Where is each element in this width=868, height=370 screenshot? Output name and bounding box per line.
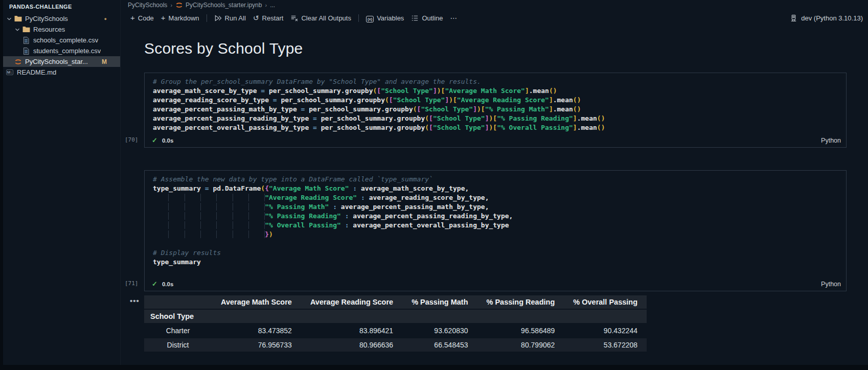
code-token: (	[425, 114, 429, 122]
table-column-header: Average Math Score	[212, 295, 301, 309]
table-row-district: District76.95673380.96663666.54845380.79…	[144, 338, 647, 352]
cell-status-bar: ✓ 0.0s Python	[145, 134, 846, 147]
code-token: per_school_summary.groupby	[317, 114, 425, 122]
code-token: average_reading_score_by_type,	[365, 194, 489, 201]
code-token: .mean	[577, 114, 597, 122]
code-cell-1: [70] # Group the per_school_summary Data…	[144, 73, 847, 148]
cell-language-picker[interactable]: Python	[821, 281, 841, 288]
code-token: "% Passing Math"	[485, 105, 549, 113]
breadcrumb-separator: ›	[265, 2, 267, 8]
notebook-toolbar: +Code+MarkdownRun All↺RestartClear All O…	[121, 10, 868, 26]
table-row-charter: Charter83.47385283.89642193.62083096.586…	[144, 323, 647, 338]
code-token: "% Passing Reading"	[265, 212, 341, 220]
code-token: average_reading_score_by_type	[153, 96, 273, 104]
code-token: {	[265, 184, 269, 192]
sidebar-item-pycityschools-star[interactable]: PyCitySchools_star...M	[3, 56, 120, 67]
cell-language-picker[interactable]: Python	[821, 137, 841, 144]
code-token: ()	[597, 124, 605, 131]
chevron-down-icon[interactable]	[5, 15, 13, 22]
code-token: per_school_summary.groupby	[317, 124, 425, 131]
toolbar-button-label: Variables	[377, 14, 404, 22]
code-token: "School Type"	[393, 96, 445, 104]
sidebar-item-label: Resources	[33, 26, 65, 33]
code-token: # Group the per_school_summary DataFrame…	[153, 78, 481, 85]
code-token: average_percent_overall_passing_by_type	[349, 221, 509, 229]
cell-output: ••• Average Math ScoreAverage Reading Sc…	[130, 295, 847, 352]
code-token: "Average Reading Score"	[265, 194, 357, 201]
code-line: "Average Reading Score" : average_readin…	[153, 193, 842, 202]
toolbar-button-add-code[interactable]: +Code	[127, 13, 157, 24]
sidebar-item-readme-md[interactable]: M↓README.md	[3, 67, 120, 78]
code-token: )	[477, 105, 481, 113]
toolbar-separator	[358, 14, 359, 22]
code-token: "School Type"	[421, 105, 473, 113]
sidebar-item-label: PyCitySchools_star...	[25, 58, 88, 65]
jupyter-icon	[175, 2, 183, 9]
code-token: =	[273, 96, 277, 104]
chevron-down-icon[interactable]	[13, 26, 21, 33]
code-line: average_math_score_by_type = per_school_…	[153, 86, 842, 96]
code-line: average_reading_score_by_type = per_scho…	[153, 96, 842, 105]
code-token: per_school_summary.groupby	[305, 105, 413, 113]
table-column-header: Average Reading Score	[301, 295, 402, 309]
code-line: # Display results	[153, 248, 842, 258]
csv-file-icon	[21, 37, 31, 44]
code-token: (	[413, 105, 417, 113]
table-column-header: % Overall Passing	[564, 295, 647, 309]
plus-icon: +	[130, 14, 135, 22]
output-options-icon[interactable]: •••	[130, 298, 144, 352]
code-line: # Assemble the new data by type into a D…	[153, 175, 842, 184]
code-token: =	[205, 184, 209, 192]
table-value-cell: 80.799062	[477, 338, 564, 352]
code-token	[153, 221, 265, 229]
cell-editor-box[interactable]: # Assemble the new data by type into a D…	[144, 170, 847, 291]
table-value-cell: 53.672208	[564, 338, 647, 352]
toolbar-button-variables[interactable]: (x)Variables	[362, 13, 407, 24]
toolbar-button-add-markdown[interactable]: +Markdown	[157, 13, 203, 24]
code-token: "Average Reading Score"	[457, 96, 549, 104]
code-token: :	[345, 221, 349, 229]
git-modified-badge: M	[102, 58, 107, 65]
sidebar-item-students-complete-csv[interactable]: students_complete.csv	[3, 45, 120, 56]
cell-editor-box[interactable]: # Group the per_school_summary DataFrame…	[144, 73, 847, 148]
code-token: [	[493, 114, 497, 122]
code-token: ()	[597, 114, 605, 122]
code-token: "% Overall Passing"	[265, 221, 341, 229]
folder-icon	[13, 15, 22, 22]
csv-file-icon	[21, 48, 31, 55]
sidebar-item-resources[interactable]: Resources	[3, 24, 120, 35]
code-token: [	[377, 87, 381, 95]
breadcrumb-item-[interactable]: ...	[270, 2, 275, 9]
kernel-label: dev (Python 3.10.13)	[801, 14, 863, 22]
code-token: "% Passing Math"	[265, 203, 329, 211]
table-column-header: % Passing Reading	[477, 295, 564, 309]
table-value-cell: 96.586489	[477, 323, 564, 338]
toolbar-button-outline[interactable]: Outline	[407, 13, 446, 24]
sidebar-item-schools-complete-csv[interactable]: schools_complete.csv	[3, 35, 120, 45]
editor-pane: PyCitySchools›PyCitySchools_starter.ipyn…	[121, 0, 868, 370]
breadcrumb: PyCitySchools›PyCitySchools_starter.ipyn…	[121, 0, 868, 10]
toolbar-separator	[207, 14, 207, 22]
code-token: :	[353, 184, 357, 192]
sidebar-item-label: PyCitySchools	[25, 15, 68, 22]
jupyter-icon	[13, 58, 22, 65]
breadcrumb-item-pycityschools[interactable]: PyCitySchools	[128, 2, 167, 9]
toolbar-button-clear-all-outputs[interactable]: Clear All Outputs	[287, 13, 355, 24]
dataframe-output-table: Average Math ScoreAverage Reading Score%…	[144, 295, 647, 352]
code-line: # Group the per_school_summary DataFrame…	[153, 77, 842, 86]
code-token: [	[429, 114, 433, 122]
code-token: per_school_summary.groupby	[277, 96, 385, 104]
breadcrumb-item-pycityschools-starter-ipynb[interactable]: PyCitySchools_starter.ipynb	[175, 2, 262, 9]
code-area[interactable]: # Group the per_school_summary DataFrame…	[145, 73, 846, 134]
sidebar-item-pycityschools[interactable]: PyCitySchools●	[3, 13, 120, 24]
code-token: )	[449, 96, 453, 104]
toolbar-button-more-actions[interactable]: ⋯	[447, 13, 461, 24]
execution-count: [71]	[125, 280, 139, 287]
table-index-cell: Charter	[144, 323, 212, 338]
toolbar-button-restart[interactable]: ↺Restart	[249, 13, 287, 24]
toolbar-button-run-all[interactable]: Run All	[211, 13, 249, 24]
code-area[interactable]: # Assemble the new data by type into a D…	[145, 171, 846, 278]
code-token: }	[265, 230, 269, 238]
code-token: average_percent_passing_reading_by_type,	[349, 212, 513, 220]
kernel-picker[interactable]: dev (Python 3.10.13)	[790, 14, 863, 22]
